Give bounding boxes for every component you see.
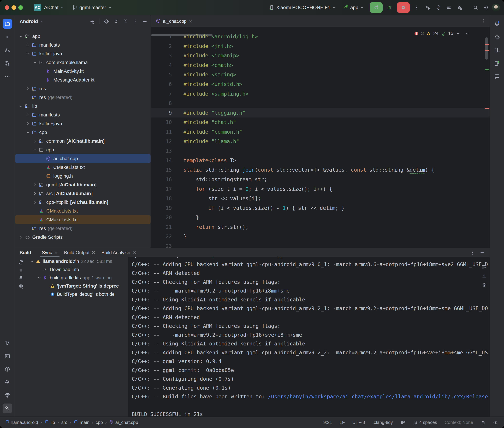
vcs-branch-widget[interactable]: ggml-master bbox=[72, 5, 112, 10]
code-line-8[interactable] bbox=[151, 99, 490, 108]
code-line-12[interactable]: #include "llama.h" bbox=[151, 137, 490, 146]
project-view-selector[interactable]: Android bbox=[19, 19, 43, 24]
line-number-6[interactable]: 6 bbox=[151, 80, 172, 89]
notifications-icon[interactable] bbox=[492, 19, 502, 29]
code-line-5[interactable]: #include <string> bbox=[151, 70, 490, 80]
tree-item-logging-h[interactable]: Hlogging.h bbox=[15, 172, 151, 180]
options-icon[interactable] bbox=[132, 19, 138, 24]
tree-item-gradle-scripts[interactable]: Gradle Scripts bbox=[15, 233, 151, 241]
tree-item-cpp[interactable]: cpp bbox=[15, 145, 151, 154]
code-line-6[interactable]: #include <unistd.h> bbox=[151, 80, 490, 89]
line-number-23[interactable]: 23 bbox=[151, 241, 172, 248]
line-number-21[interactable]: 21 bbox=[151, 222, 172, 232]
more-options-icon[interactable] bbox=[414, 5, 419, 10]
code-editor[interactable]: #include <android/log.h>#include <jni.h>… bbox=[151, 27, 490, 248]
editor-scrollbar-vertical[interactable] bbox=[485, 37, 488, 60]
build-variants-icon[interactable] bbox=[446, 5, 452, 10]
tree-item-common[interactable]: common[AiChat.lib.main] bbox=[15, 137, 151, 145]
hide-build-panel-icon[interactable] bbox=[480, 250, 485, 255]
tree-item-src[interactable]: src[AiChat.lib.main] bbox=[15, 189, 151, 198]
code-line-7[interactable]: #include <sampling.h> bbox=[151, 89, 490, 99]
code-line-4[interactable]: #include <cmath> bbox=[151, 60, 490, 70]
chevron-right-icon[interactable] bbox=[25, 86, 31, 91]
breadcrumb-item-main[interactable]: main bbox=[74, 420, 89, 425]
problems-icon[interactable] bbox=[3, 364, 12, 374]
tree-item-res[interactable]: res(generated) bbox=[15, 224, 151, 233]
line-number-18[interactable]: 18 bbox=[151, 194, 172, 203]
settings-icon[interactable] bbox=[483, 5, 489, 10]
build-tab-build-analyzer[interactable]: Build Analyzer✕ bbox=[98, 248, 140, 257]
build-icon[interactable] bbox=[3, 403, 12, 413]
code-line-18[interactable]: str << values[i]; bbox=[151, 194, 490, 203]
device-manager-icon[interactable] bbox=[492, 45, 502, 55]
code-line-17[interactable]: for (size_t i = 0; i < values.size(); i+… bbox=[151, 184, 490, 194]
soft-wrap-icon[interactable] bbox=[481, 264, 487, 270]
chevron-right-icon[interactable] bbox=[32, 191, 38, 196]
locate-icon[interactable] bbox=[103, 19, 109, 24]
tree-item-com-example-llama[interactable]: com.example.llama bbox=[15, 58, 151, 67]
line-number-9[interactable]: 9 bbox=[151, 108, 172, 118]
close-tab-icon[interactable]: ✕ bbox=[92, 250, 95, 255]
tree-item-kotlin-java[interactable]: kotlin+java bbox=[15, 49, 151, 58]
avatar[interactable] bbox=[492, 4, 500, 11]
filter-view-icon[interactable] bbox=[18, 283, 24, 289]
formatter-indicator[interactable] bbox=[401, 420, 405, 425]
write-access[interactable] bbox=[481, 420, 486, 425]
tree-item-messageadapter-kt[interactable]: MessageAdapter.kt bbox=[15, 75, 151, 84]
highlighting-level[interactable] bbox=[493, 420, 498, 425]
chevron-down-icon[interactable] bbox=[32, 148, 38, 152]
chevron-right-icon[interactable] bbox=[32, 200, 38, 205]
code-line-23[interactable] bbox=[151, 241, 490, 248]
sync-tree-item[interactable]: 'jvmTarget: String' is deprec bbox=[27, 282, 128, 290]
run-config-selector[interactable]: app bbox=[343, 5, 364, 10]
running-devices-icon[interactable] bbox=[492, 58, 502, 68]
close-tab-icon[interactable]: ✕ bbox=[54, 250, 58, 255]
tree-item-manifests[interactable]: manifests bbox=[15, 110, 151, 119]
chevron-down-icon[interactable] bbox=[36, 276, 42, 280]
code-line-19[interactable]: if (i < values.size() - 1) { str << deli… bbox=[151, 203, 490, 213]
gradle-icon[interactable] bbox=[492, 32, 502, 42]
line-number-22[interactable]: 22 bbox=[151, 232, 172, 241]
tree-item-ai-chat-cpp[interactable]: Cai_chat.cpp bbox=[15, 154, 151, 163]
tree-item-cmakelists-txt[interactable]: CMakeLists.txt bbox=[15, 215, 151, 224]
chevron-down-icon[interactable] bbox=[29, 259, 35, 263]
terminal-icon[interactable] bbox=[3, 351, 12, 361]
logcat-icon[interactable] bbox=[3, 378, 12, 387]
line-number-12[interactable]: 12 bbox=[151, 137, 172, 146]
error-stripe-mark[interactable] bbox=[485, 108, 489, 109]
next-problem-icon[interactable] bbox=[465, 31, 470, 36]
code-line-3[interactable]: #include <iomanip> bbox=[151, 51, 490, 60]
breadcrumb-item-ai-chat-cpp[interactable]: Cai_chat.cpp bbox=[109, 420, 138, 425]
tree-item-manifests[interactable]: manifests bbox=[15, 41, 151, 49]
line-number-20[interactable]: 20 bbox=[151, 213, 172, 222]
tree-item-cpp-httplib[interactable]: cpp-httplib[AiChat.lib.main] bbox=[15, 198, 151, 206]
sync-tree-item[interactable]: build.gradle.ktsapp 1 warning bbox=[27, 274, 128, 282]
line-number-3[interactable]: 3 bbox=[151, 51, 172, 60]
tree-item-res[interactable]: res bbox=[15, 84, 151, 93]
line-number-7[interactable]: 7 bbox=[151, 89, 172, 99]
structure-icon[interactable] bbox=[3, 45, 12, 55]
change-stripe-mark[interactable] bbox=[485, 69, 489, 70]
breadcrumb-item-cpp[interactable]: cpp bbox=[96, 420, 103, 425]
code-line-2[interactable]: #include <jni.h> bbox=[151, 41, 490, 51]
line-number-5[interactable]: 5 bbox=[151, 70, 172, 80]
chevron-down-icon[interactable] bbox=[18, 104, 24, 108]
device-selector[interactable]: Xiaomi POCOPHONE F1 bbox=[269, 5, 336, 10]
tree-item-ggml[interactable]: ggml[AiChat.lib.main] bbox=[15, 180, 151, 189]
chevron-right-icon[interactable] bbox=[25, 43, 31, 47]
code-line-20[interactable]: } bbox=[151, 213, 490, 222]
tree-item-lib[interactable]: lib bbox=[15, 102, 151, 110]
close-tab-icon[interactable]: ✕ bbox=[189, 19, 192, 24]
ai-context[interactable]: Context: None bbox=[445, 420, 473, 425]
code-line-21[interactable]: return str.str(); bbox=[151, 222, 490, 232]
tree-item-res[interactable]: res(generated) bbox=[15, 93, 151, 102]
project-widget[interactable]: AiChat bbox=[44, 5, 64, 10]
chevron-down-icon[interactable] bbox=[25, 51, 31, 56]
error-stripe-mark[interactable] bbox=[485, 50, 489, 51]
line-number-16[interactable]: 16 bbox=[151, 175, 172, 184]
clear-icon[interactable] bbox=[481, 283, 487, 288]
re-sync-icon[interactable] bbox=[18, 260, 24, 265]
stop-disabled-icon[interactable] bbox=[18, 268, 24, 273]
chevron-right-icon[interactable] bbox=[25, 113, 31, 117]
version-control-icon[interactable] bbox=[3, 338, 12, 348]
